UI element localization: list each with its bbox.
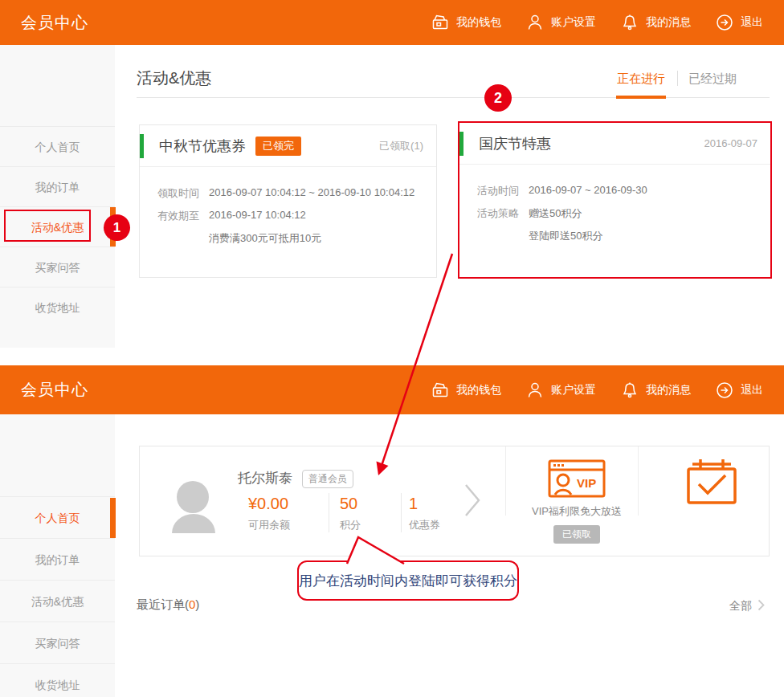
bell-icon: [620, 381, 639, 400]
menu-item-account-settings[interactable]: 账户设置: [525, 13, 596, 32]
menu-label: 我的钱包: [456, 383, 501, 397]
annotation-circle-2: 2: [484, 84, 512, 112]
menu-label: 我的消息: [646, 383, 691, 397]
vip-promo[interactable]: VIP VIP福利限免大放送 已领取: [516, 446, 638, 544]
field-value: 消费满300元可抵用10元: [209, 231, 321, 246]
menu-item-wallet[interactable]: 我的钱包: [431, 13, 501, 32]
promo-card-midautumn: 中秋节优惠券 已领完 已领取(1) 领取时间2016-09-07 10:04:1…: [139, 124, 437, 278]
wallet-icon: [431, 381, 450, 400]
field-value: 2016-09-07 10:04:12 ~ 2016-09-10 10:04:1…: [209, 186, 414, 201]
annotation-tooltip: 用户在活动时间内登陆即可获得积分: [297, 560, 519, 601]
sidebar: 个人首页 我的订单 活动&优惠 买家问答 收货地址: [0, 45, 115, 348]
page-title: 活动&优惠: [137, 67, 211, 89]
stat-value: 50: [340, 495, 401, 513]
field-label: [157, 231, 209, 246]
annotation-box-1: [4, 210, 91, 242]
sidebar-item-orders[interactable]: 我的订单: [0, 538, 115, 580]
tab-expired[interactable]: 已经过期: [688, 71, 737, 87]
tab-underline: [616, 96, 666, 99]
member-level-badge: 普通会员: [302, 470, 353, 488]
check-in-shortcut[interactable]: [652, 446, 770, 508]
logout-icon: [715, 13, 734, 32]
field-value: 赠送50积分: [529, 206, 582, 221]
vip-label: VIP福利限免大放送: [516, 504, 638, 519]
svg-text:VIP: VIP: [577, 476, 596, 490]
sidebar-item-address[interactable]: 收货地址: [0, 663, 115, 697]
card-header: 中秋节优惠券 已领完 已领取(1): [140, 125, 436, 167]
cell-divider: [638, 446, 639, 516]
sidebar-item-qa[interactable]: 买家问答: [0, 247, 115, 287]
menu-label: 退出: [741, 15, 763, 30]
field-value: 登陆即送50积分: [529, 229, 602, 243]
profile-card: 托尔斯泰 普通会员 ¥0.00 可用余额 50 积分 1 优惠券 VIP: [139, 446, 770, 556]
sidebar: 个人首页 我的订单 活动&优惠 买家问答 收货地址: [0, 414, 115, 697]
tab-ongoing[interactable]: 正在进行: [617, 71, 665, 87]
menu-label: 退出: [741, 383, 763, 397]
chevron-right-icon[interactable]: [463, 482, 482, 522]
user-icon: [525, 381, 545, 400]
menu-item-account-settings[interactable]: 账户设置: [525, 381, 596, 400]
app-header: 会员中心 我的钱包 账户设置 我的消息 退出: [0, 365, 784, 414]
account-stats: ¥0.00 可用余额 50 积分 1 优惠券: [248, 493, 472, 532]
menu-label: 账户设置: [551, 15, 596, 30]
field-label: 活动时间: [477, 184, 529, 198]
field-label: 有效期至: [157, 209, 209, 223]
stat-label: 积分: [340, 518, 401, 532]
card-accent-bar: [459, 132, 463, 156]
card-date: 2016-09-07: [704, 137, 758, 149]
cell-divider: [505, 446, 506, 516]
view-all-link[interactable]: 全部: [729, 599, 765, 613]
recent-orders-text: ): [195, 597, 199, 611]
menu-item-logout[interactable]: 退出: [715, 13, 763, 32]
sidebar-item-orders[interactable]: 我的订单: [0, 166, 115, 206]
annotation-circle-1: 1: [104, 214, 130, 241]
sidebar-item-promotions[interactable]: 活动&优惠: [0, 580, 115, 622]
logout-icon: [715, 381, 734, 400]
card-accent-bar: [140, 134, 144, 158]
active-indicator-bar: [110, 498, 116, 538]
field-value: 2016-09-17 10:04:12: [209, 209, 306, 223]
field-value: 2016-09-07 ~ 2016-09-30: [529, 184, 647, 198]
stat-coupons: 1 优惠券: [401, 493, 472, 532]
menu-item-messages[interactable]: 我的消息: [620, 381, 691, 400]
username: 托尔斯泰: [238, 469, 292, 487]
header-menu: 我的钱包 账户设置 我的消息 退出: [431, 13, 763, 32]
recent-orders-label: 最近订单(0): [137, 597, 199, 613]
sold-out-badge: 已领完: [255, 137, 301, 156]
view-all-label: 全部: [729, 599, 752, 613]
recent-orders-text: 最近订单(: [137, 597, 189, 611]
promo-card-national-day: 国庆节特惠 2016-09-07 活动时间2016-09-07 ~ 2016-0…: [458, 121, 772, 279]
sidebar-item-address[interactable]: 收货地址: [0, 287, 115, 327]
field-label: [477, 229, 529, 243]
menu-item-wallet[interactable]: 我的钱包: [431, 381, 501, 400]
member-center-page: 会员中心 我的钱包 账户设置 我的消息 退出 个人首页 我的订单 活动&优惠: [0, 0, 784, 697]
stat-points: 50 积分: [329, 493, 401, 532]
chevron-right-icon: [757, 599, 765, 613]
menu-item-logout[interactable]: 退出: [715, 381, 763, 400]
app-header: 会员中心 我的钱包 账户设置 我的消息 退出: [0, 0, 784, 45]
field-label: 领取时间: [157, 186, 209, 201]
header-menu: 我的钱包 账户设置 我的消息 退出: [431, 381, 763, 400]
tabs-divider: [677, 71, 678, 86]
menu-label: 账户设置: [551, 383, 596, 397]
card-header: 国庆节特惠 2016-09-07: [459, 123, 770, 165]
avatar: [170, 480, 217, 536]
sidebar-item-home[interactable]: 个人首页: [0, 496, 115, 538]
card-title: 中秋节优惠券: [159, 137, 246, 156]
user-icon: [525, 13, 545, 32]
card-title: 国庆节特惠: [479, 134, 551, 153]
app-title: 会员中心: [21, 12, 88, 34]
menu-label: 我的钱包: [456, 15, 501, 30]
field-label: 活动策略: [477, 206, 529, 221]
bell-icon: [620, 13, 639, 32]
stat-value: ¥0.00: [248, 495, 329, 513]
sidebar-item-qa[interactable]: 买家问答: [0, 622, 115, 663]
menu-item-messages[interactable]: 我的消息: [620, 13, 691, 32]
card-body: 领取时间2016-09-07 10:04:12 ~ 2016-09-10 10:…: [140, 167, 436, 246]
menu-label: 我的消息: [646, 15, 691, 30]
wallet-icon: [431, 13, 450, 32]
vip-icon: VIP: [548, 459, 606, 498]
title-divider: [137, 97, 770, 98]
claimed-badge: 已领取: [553, 525, 600, 544]
sidebar-item-home[interactable]: 个人首页: [0, 126, 115, 166]
